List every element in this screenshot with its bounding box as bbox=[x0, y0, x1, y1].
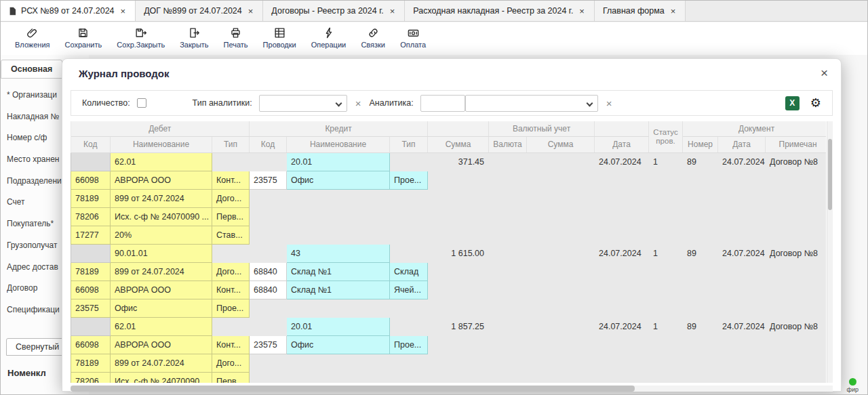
cell-d_code: 78206 bbox=[71, 372, 111, 383]
cell-note bbox=[766, 280, 826, 299]
cell-note: Договор №8 bbox=[766, 317, 826, 335]
cell-date bbox=[595, 189, 649, 207]
cell-doc_num bbox=[683, 262, 718, 280]
cell-doc_date bbox=[718, 226, 766, 244]
posting-detail-row[interactable]: 66098АВРОРА ОООКонт...23575ОфисПрое... bbox=[71, 171, 827, 189]
operations-button[interactable]: Операции bbox=[304, 25, 353, 50]
postings-table: Дебет Кредит Валютный учет Статус пров. … bbox=[71, 121, 826, 383]
vertical-scrollbar-thumb[interactable] bbox=[828, 139, 832, 210]
posting-detail-row[interactable]: 66098АВРОРА ОООКонт...23575ОфисПрое... bbox=[71, 335, 827, 354]
analytics-type-select[interactable] bbox=[259, 95, 347, 112]
group-header-currency: Валютный учет bbox=[489, 121, 595, 136]
cell-currency bbox=[489, 226, 527, 244]
posting-group-row[interactable]: 62.0120.01371.4524.07.202418924.07.2024Д… bbox=[71, 152, 827, 171]
clear-analytics-type-icon[interactable]: × bbox=[354, 98, 363, 109]
cell-d_code: 66098 bbox=[71, 335, 111, 354]
posting-detail-row[interactable]: 1727720%Став... bbox=[71, 226, 827, 244]
cell-doc_date bbox=[718, 335, 766, 354]
vertical-scrollbar[interactable] bbox=[827, 121, 833, 383]
posting-detail-row[interactable]: 78206Исх. с-ф № 24070090 ...Перв... bbox=[71, 372, 827, 383]
cell-c_name: Склад №1 bbox=[287, 262, 390, 280]
tab-close-icon[interactable]: × bbox=[247, 6, 255, 16]
analytics-code-input[interactable] bbox=[420, 95, 465, 112]
cell-currency bbox=[489, 207, 527, 226]
cell-d_type bbox=[212, 317, 250, 335]
tab-3[interactable]: Договоры - Реестр за 2024 г.× bbox=[263, 1, 405, 21]
tab-close-icon[interactable]: × bbox=[578, 6, 586, 16]
posting-detail-row[interactable]: 23575ОфисПрое... bbox=[71, 299, 827, 317]
group-header-debit: Дебет bbox=[71, 121, 250, 136]
horizontal-scrollbar[interactable] bbox=[71, 386, 833, 392]
posting-detail-row[interactable]: 78189899 от 24.07.2024Дого...68840Склад … bbox=[71, 262, 827, 280]
cell-c_code: 23575 bbox=[250, 335, 287, 354]
cell-d_code: 78206 bbox=[71, 207, 111, 226]
tab-close-icon[interactable]: × bbox=[119, 6, 127, 16]
settings-gear-icon[interactable]: ⚙ bbox=[810, 97, 821, 109]
operations-icon bbox=[322, 26, 335, 39]
cell-currency bbox=[489, 299, 527, 317]
cell-d_type: Дого... bbox=[212, 354, 250, 372]
cell-sum: 1 615.00 bbox=[428, 244, 489, 262]
links-button[interactable]: Связки bbox=[353, 25, 393, 50]
close-button[interactable]: Закрыть bbox=[172, 25, 216, 50]
tab-close-icon[interactable]: × bbox=[669, 6, 677, 16]
tab-5[interactable]: Главная форма× bbox=[595, 1, 686, 21]
cell-d_type: Прое... bbox=[212, 299, 250, 317]
cell-doc_num bbox=[683, 207, 718, 226]
cell-d_name: АВРОРА ООО bbox=[111, 280, 212, 299]
cell-cur_sum bbox=[527, 226, 595, 244]
toolbar: ВложенияСохранитьСохр.ЗакрытьЗакрытьПеча… bbox=[1, 22, 867, 55]
cell-d_code bbox=[71, 317, 111, 335]
clear-analytics-icon[interactable]: × bbox=[605, 98, 614, 109]
posting-group-row[interactable]: 90.01.01431 615.0024.07.202418924.07.202… bbox=[71, 244, 827, 262]
cell-c_code bbox=[250, 299, 287, 317]
cell-sum: 371.45 bbox=[428, 152, 489, 171]
column-header: Тип bbox=[390, 136, 428, 152]
dialog-title: Журнал проводок bbox=[79, 68, 170, 79]
payment-button[interactable]: Оплата bbox=[393, 25, 433, 50]
excel-export-button[interactable]: X bbox=[785, 96, 800, 110]
cell-cur_sum bbox=[527, 299, 595, 317]
tab-main-form[interactable]: Основная bbox=[1, 60, 62, 79]
dialog-close-icon[interactable]: × bbox=[817, 65, 831, 81]
cell-c_name bbox=[287, 299, 390, 317]
cell-sum bbox=[428, 335, 489, 354]
cell-date bbox=[595, 299, 649, 317]
tab-1[interactable]: РСХ №89 от 24.07.2024× bbox=[1, 1, 136, 21]
analytics-select[interactable] bbox=[465, 95, 598, 112]
toolbar-button-label: Проводки bbox=[263, 41, 296, 49]
cell-c_code bbox=[250, 207, 287, 226]
cell-d_code bbox=[71, 244, 111, 262]
cell-doc_date: 24.07.2024 bbox=[718, 317, 766, 335]
cell-cur_sum bbox=[527, 354, 595, 372]
tab-4[interactable]: Расходная накладная - Реестр за 2024 г.× bbox=[405, 1, 595, 21]
save-button[interactable]: Сохранить bbox=[58, 25, 110, 50]
cell-c_type bbox=[390, 372, 428, 383]
attachments-button[interactable]: Вложения bbox=[7, 25, 58, 50]
cell-c_type: Прое... bbox=[390, 171, 428, 189]
horizontal-scrollbar-thumb[interactable] bbox=[71, 386, 635, 392]
posting-detail-row[interactable]: 66098АВРОРА ОООКонт...68840Склад №1Ячей.… bbox=[71, 280, 827, 299]
cell-sum bbox=[428, 280, 489, 299]
cell-status bbox=[649, 171, 683, 189]
posting-group-row[interactable]: 62.0120.011 857.2524.07.202418924.07.202… bbox=[71, 317, 827, 335]
postings-button[interactable]: Проводки bbox=[256, 25, 304, 50]
cell-d_type: Дого... bbox=[212, 262, 250, 280]
posting-detail-row[interactable]: 78206Исх. с-ф № 24070090 ...Перв... bbox=[71, 207, 827, 226]
toolbar-button-label: Операции bbox=[311, 41, 346, 49]
quantity-checkbox[interactable] bbox=[137, 98, 146, 108]
cell-c_type: Склад bbox=[390, 262, 428, 280]
collapsed-section-tab[interactable]: Свернутый bbox=[6, 338, 68, 356]
cell-doc_date bbox=[718, 280, 766, 299]
save-close-button[interactable]: Сохр.Закрыть bbox=[109, 25, 172, 50]
tab-2[interactable]: ДОГ №899 от 24.07.2024× bbox=[136, 1, 263, 21]
cell-c_name bbox=[287, 226, 390, 244]
posting-detail-row[interactable]: 78189899 от 24.07.2024Дого... bbox=[71, 189, 827, 207]
print-button[interactable]: Печать bbox=[216, 25, 256, 50]
cell-c_type bbox=[390, 354, 428, 372]
cell-d_code: 78189 bbox=[71, 262, 111, 280]
posting-detail-row[interactable]: 78189899 от 24.07.2024Дого... bbox=[71, 354, 827, 372]
tab-close-icon[interactable]: × bbox=[389, 6, 397, 16]
toolbar-button-label: Печать bbox=[224, 41, 248, 49]
cell-c_type bbox=[390, 317, 428, 335]
